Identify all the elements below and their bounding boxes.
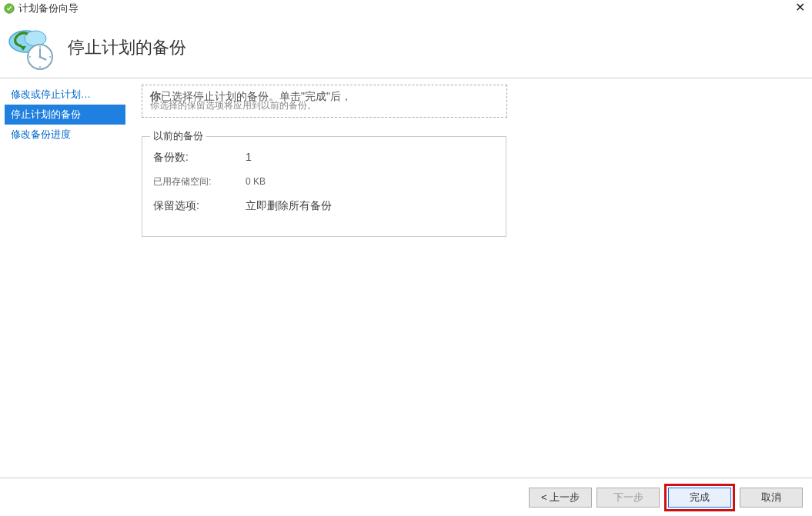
sidebar-item-modify-or-stop[interactable]: 修改或停止计划… [5, 85, 125, 105]
used-space-label: 已用存储空间: [153, 175, 246, 188]
retention-value: 立即删除所有备份 [246, 199, 332, 213]
close-icon[interactable]: ✕ [792, 0, 807, 14]
group-legend: 以前的备份 [150, 129, 206, 143]
app-icon [3, 2, 15, 15]
wizard-header: 停止计划的备份 [0, 17, 812, 78]
retention-label: 保留选项: [153, 199, 246, 213]
sidebar-item-stop-schedule[interactable]: 停止计划的备份 [5, 105, 125, 125]
finish-highlight-frame: 完成 [664, 484, 735, 511]
backup-count-value: 1 [246, 151, 252, 163]
content-area: 你已选择停止计划的备份。单击"完成"后， 你选择的保留选项将应用到以前的备份。 … [131, 78, 812, 478]
cancel-button[interactable]: 取消 [740, 488, 803, 508]
next-button: 下一步 [596, 488, 660, 508]
prev-button[interactable]: < 上一步 [529, 488, 592, 508]
previous-backups-group: 以前的备份 备份数: 1 已用存储空间: 0 KB 保留选项: 立即删除所有备份 [142, 136, 506, 237]
window-title: 计划备份向导 [18, 2, 79, 15]
backup-count-label: 备份数: [153, 151, 246, 165]
instruction-panel: 你已选择停止计划的备份。单击"完成"后， 你选择的保留选项将应用到以前的备份。 [142, 85, 507, 118]
row-used-space: 已用存储空间: 0 KB [153, 175, 495, 188]
wizard-body: 修改或停止计划… 停止计划的备份 修改备份进度 你已选择停止计划的备份。单击"完… [0, 78, 812, 478]
sidebar-item-modify-progress[interactable]: 修改备份进度 [5, 125, 125, 145]
sidebar: 修改或停止计划… 停止计划的备份 修改备份进度 [0, 78, 131, 478]
titlebar: 计划备份向导 ✕ [0, 0, 812, 17]
finish-button[interactable]: 完成 [668, 488, 731, 508]
row-backup-count: 备份数: 1 [153, 151, 495, 165]
page-title: 停止计划的备份 [68, 36, 186, 59]
wizard-footer: < 上一步 下一步 完成 取消 [0, 478, 812, 516]
row-retention: 保留选项: 立即删除所有备份 [153, 199, 495, 213]
used-space-value: 0 KB [246, 176, 266, 187]
wizard-header-icon [6, 23, 55, 72]
